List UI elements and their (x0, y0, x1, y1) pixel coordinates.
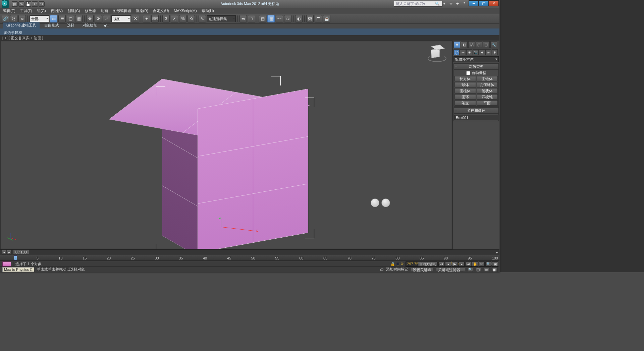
rendered-frame-icon[interactable]: 🗔 (315, 15, 322, 22)
menu-customize[interactable]: 自定义(U) (153, 8, 169, 13)
cp-systems-icon[interactable]: ✱ (492, 49, 498, 55)
prev-frame-icon[interactable]: ◂ (445, 261, 451, 267)
select-manipulate-icon[interactable]: ✦ (143, 15, 150, 22)
app-logo-icon[interactable]: S (2, 0, 9, 8)
transform-gizmo-icon[interactable]: x y (218, 217, 261, 236)
ribbon-expand-icon[interactable]: ⮟▾ (102, 23, 110, 28)
menu-edit[interactable]: 编辑(E) (3, 8, 15, 13)
menu-modifiers[interactable]: 修改器 (85, 8, 96, 13)
cp-helpers-icon[interactable]: ✚ (479, 49, 485, 55)
unlink-icon[interactable]: ⛓ (10, 15, 17, 22)
viewcube-icon[interactable] (427, 45, 447, 63)
goto-start-icon[interactable]: ⏮ (438, 261, 444, 267)
help-icon[interactable]: ? (461, 1, 467, 6)
cp-geometry-icon[interactable]: ◯ (453, 49, 460, 55)
cp-utilities-icon[interactable]: 🔧 (490, 41, 497, 48)
cp-hierarchy-icon[interactable]: 品 (468, 41, 475, 48)
exchange-icon[interactable]: ✳ (448, 1, 454, 6)
play-icon[interactable]: ▶ (452, 261, 458, 267)
setkey-button[interactable]: 设置关键点 (411, 267, 433, 272)
primitive-sphere[interactable]: 球体 (454, 82, 476, 87)
menu-maxscript[interactable]: MAXScript(M) (174, 9, 197, 13)
cp-modify-icon[interactable]: ◧ (461, 41, 468, 48)
cp-display-icon[interactable]: ▢ (483, 41, 490, 48)
menu-animation[interactable]: 动画 (101, 8, 108, 13)
time-ruler[interactable]: 0510152025303540455055606570758085909510… (0, 255, 499, 261)
select-region-rect-icon[interactable]: ▢ (67, 15, 74, 22)
ribbon-band-label[interactable]: 多边形建模 (0, 30, 499, 35)
cp-lights-icon[interactable]: ☀ (466, 49, 472, 55)
primitive-tube[interactable]: 管状体 (477, 88, 498, 94)
cp-motion-icon[interactable]: ◷ (476, 41, 482, 48)
ref-coord-dropdown[interactable]: 视图 (111, 15, 131, 22)
scale-icon[interactable]: ⤢ (103, 15, 110, 22)
tab-selection[interactable]: 选择 (64, 22, 78, 28)
rollout-name-color[interactable]: 名称和颜色 (453, 107, 499, 114)
window-close-button[interactable]: ✕ (489, 0, 499, 6)
menu-views[interactable]: 视图(V) (51, 8, 63, 13)
menu-grapheditors[interactable]: 图形编辑器 (113, 8, 131, 13)
cp-category-dropdown[interactable]: 标准基本体 (453, 56, 499, 62)
abs-rel-icon[interactable]: ⊞ (396, 262, 399, 266)
mirror-icon[interactable]: ⇋ (239, 15, 247, 22)
primitive-box[interactable]: 长方体 (454, 76, 476, 81)
curve-editor-icon[interactable]: 〰 (276, 15, 283, 22)
frame-indicator[interactable]: 0 / 100 (13, 250, 29, 255)
graphite-toggle-icon[interactable]: ▦ (267, 15, 275, 22)
nav-zoom-ext-icon[interactable]: 🔍 (468, 267, 473, 272)
menu-help[interactable]: 帮助(H) (202, 8, 214, 13)
use-pivot-center-icon[interactable]: ⦿ (132, 15, 139, 22)
qat-save-icon[interactable]: 💾 (25, 1, 31, 7)
nav-arc-icon[interactable]: ⟳ (479, 261, 485, 267)
sub-center-icon[interactable]: ✦ (441, 1, 447, 6)
primitive-geosphere[interactable]: 几何球体 (477, 82, 498, 87)
object-name-input[interactable] (454, 115, 499, 120)
viewport[interactable]: x y 溜溜自学 ZIXUE.3D66.COM (1, 41, 452, 249)
layer-manager-icon[interactable]: ▤ (259, 15, 266, 22)
snap-toggle-icon[interactable]: 3 (162, 15, 170, 22)
render-setup-icon[interactable]: 🖼 (306, 15, 314, 22)
window-maximize-button[interactable]: ▢ (479, 0, 489, 6)
trackbar-next2-icon[interactable]: ▸ (496, 250, 498, 254)
menu-group[interactable]: 组(G) (37, 8, 46, 13)
render-production-icon[interactable]: ☕ (323, 15, 330, 22)
tab-objectpaint[interactable]: 对象绘制 (79, 22, 101, 28)
maxscript-line[interactable]: Max to Physics C (2, 267, 34, 272)
percent-snap-icon[interactable]: % (179, 15, 186, 22)
bind-space-warp-icon[interactable]: ≋ (18, 15, 26, 22)
selection-filter-dropdown[interactable]: 全部 (30, 15, 49, 22)
scene-object-box001[interactable]: x y (159, 79, 313, 249)
trackbar-prev-icon[interactable]: ◂ (2, 250, 6, 254)
edit-named-sel-icon[interactable]: ✎ (199, 15, 206, 22)
menu-rendering[interactable]: 渲染(R) (136, 8, 148, 13)
time-tag-icon[interactable]: 🏷 (380, 268, 383, 272)
mini-listener-icon[interactable] (2, 261, 11, 267)
window-crossing-icon[interactable]: ▦ (75, 15, 83, 22)
select-object-icon[interactable]: ▭ (50, 15, 57, 22)
tab-graphite[interactable]: Graphite 建模工具 (3, 22, 40, 28)
nav-fov-icon[interactable]: ◫ (476, 267, 481, 272)
next-frame-icon[interactable]: ▸ (459, 261, 465, 267)
add-time-tag[interactable]: 添加时间标记 (386, 267, 408, 272)
link-icon[interactable]: 🔗 (2, 15, 9, 22)
autokey-button[interactable]: 自动关键点 (418, 261, 438, 267)
material-editor-icon[interactable]: ◐ (295, 15, 303, 22)
viewport-label[interactable]: [ + ][ 正交 ][ 真实 + 边面 ] (0, 35, 499, 41)
window-minimize-button[interactable]: ━ (469, 0, 479, 6)
qat-undo-icon[interactable]: ↶ (32, 1, 38, 7)
qat-redo-icon[interactable]: ↷ (39, 1, 45, 7)
keyboard-shortcut-icon[interactable]: ⌨ (151, 15, 159, 22)
align-icon[interactable]: ⎍ (248, 15, 255, 22)
rollout-object-type[interactable]: 对象类型 (453, 63, 499, 70)
schematic-view-icon[interactable]: 🗂 (284, 15, 291, 22)
rotate-icon[interactable]: ⟳ (95, 15, 102, 22)
primitive-torus[interactable]: 圆环 (454, 94, 476, 100)
primitive-cylinder[interactable]: 圆柱体 (454, 88, 476, 94)
nav-maxtoggle-icon[interactable]: ▣ (492, 267, 497, 272)
nav-max-icon[interactable]: ▣ (492, 261, 498, 267)
angle-snap-icon[interactable]: ∡ (171, 15, 178, 22)
lock-selection-icon[interactable]: 🔒 (390, 262, 395, 266)
nav-pan-icon[interactable]: ✋ (472, 261, 478, 267)
primitive-pyramid[interactable]: 四棱锥 (477, 94, 498, 100)
auto-grid-checkbox[interactable]: 自动栅格 (454, 70, 498, 75)
